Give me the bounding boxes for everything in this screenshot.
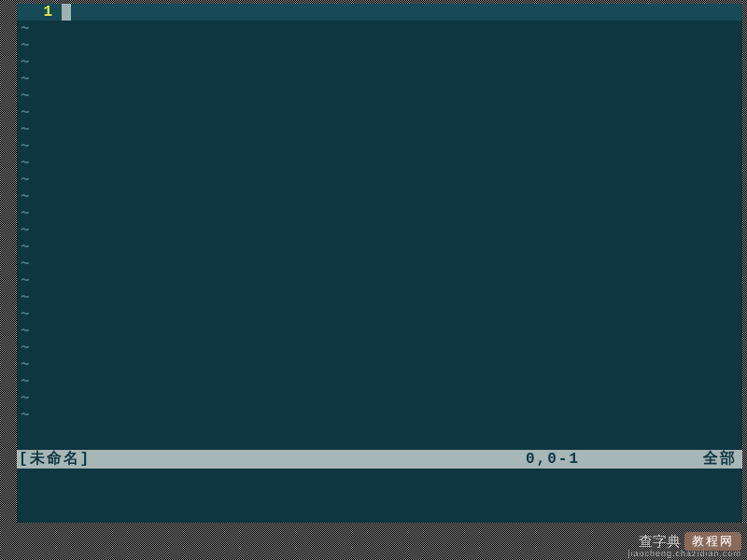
empty-line-tilde: ~	[17, 222, 742, 239]
buffer-text-area[interactable]: 1	[17, 4, 742, 21]
empty-line-tilde: ~	[17, 357, 742, 373]
empty-line-tilde: ~	[17, 373, 742, 390]
empty-line-tilde: ~	[17, 71, 742, 88]
empty-line-tilde: ~	[17, 340, 742, 357]
empty-line-tilde: ~	[17, 21, 742, 37]
status-scroll-percent: 全部	[694, 450, 740, 469]
empty-line-tilde: ~	[17, 273, 742, 289]
text-cursor	[62, 4, 71, 21]
empty-buffer-area: ~~~~~~~~~~~~~~~~~~~~~~~~	[17, 21, 742, 450]
empty-line-tilde: ~	[17, 138, 742, 155]
buffer-line-current[interactable]: 1	[17, 4, 742, 21]
empty-line-tilde: ~	[17, 121, 742, 138]
command-line-area[interactable]	[17, 469, 742, 523]
empty-line-tilde: ~	[17, 390, 742, 407]
empty-line-tilde: ~	[17, 37, 742, 54]
empty-line-tilde: ~	[17, 155, 742, 172]
empty-line-tilde: ~	[17, 88, 742, 105]
empty-line-tilde: ~	[17, 306, 742, 323]
status-cursor-position: 0,0-1	[526, 450, 694, 469]
status-filename: [未命名]	[19, 450, 526, 469]
empty-line-tilde: ~	[17, 172, 742, 189]
empty-line-tilde: ~	[17, 54, 742, 71]
status-bar: [未命名] 0,0-1 全部	[17, 450, 742, 469]
empty-line-tilde: ~	[17, 189, 742, 205]
empty-line-tilde: ~	[17, 239, 742, 256]
empty-line-tilde: ~	[17, 323, 742, 340]
line-number: 1	[17, 4, 62, 21]
empty-line-tilde: ~	[17, 205, 742, 222]
vim-editor[interactable]: 1 ~~~~~~~~~~~~~~~~~~~~~~~~ [未命名] 0,0-1 全…	[17, 4, 742, 523]
empty-line-tilde: ~	[17, 105, 742, 121]
empty-line-tilde: ~	[17, 289, 742, 306]
line-content[interactable]	[62, 4, 742, 21]
empty-line-tilde: ~	[17, 256, 742, 273]
empty-line-tilde: ~	[17, 407, 742, 424]
